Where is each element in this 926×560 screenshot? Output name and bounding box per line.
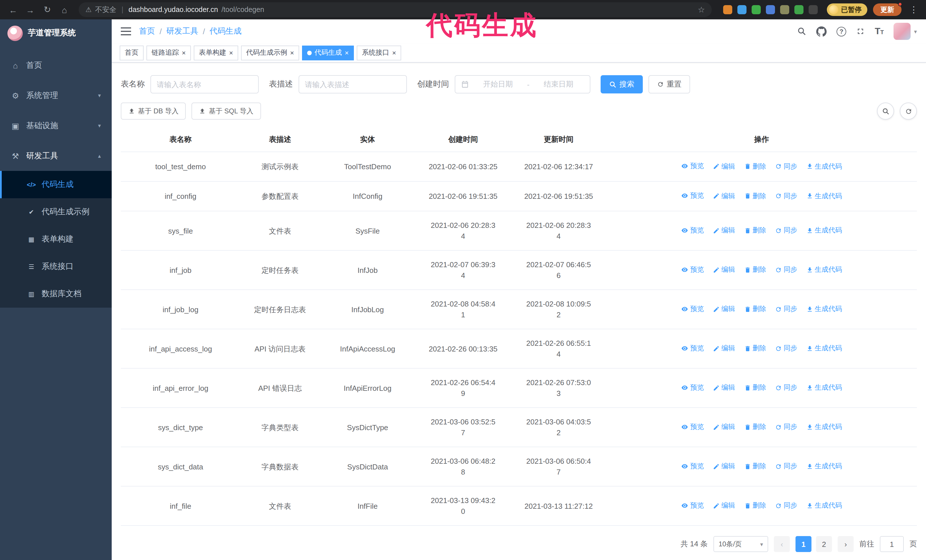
generate-code-link[interactable]: 生成代码 [806, 264, 842, 275]
page-size-select[interactable]: 10条/页 ▾ [713, 536, 768, 552]
preview-link[interactable]: 预览 [681, 421, 704, 432]
preview-link[interactable]: 预览 [681, 161, 704, 172]
edit-link[interactable]: 编辑 [713, 161, 735, 172]
extension-icon[interactable] [766, 5, 775, 14]
help-icon[interactable]: ? [837, 27, 846, 36]
edit-link[interactable]: 编辑 [713, 190, 735, 201]
generate-code-link[interactable]: 生成代码 [806, 421, 842, 432]
sync-link[interactable]: 同步 [775, 343, 797, 354]
generate-code-link[interactable]: 生成代码 [806, 500, 842, 511]
sync-link[interactable]: 同步 [775, 264, 797, 275]
tab-close-icon[interactable]: × [229, 50, 233, 56]
browser-back-button[interactable]: ← [6, 2, 21, 17]
sidebar-subitem[interactable]: </> 代码生成 [0, 171, 112, 198]
table-name-input[interactable] [150, 75, 259, 94]
browser-menu-icon[interactable]: ⋮ [907, 5, 920, 15]
tab[interactable]: 表单构建 × [194, 45, 238, 60]
prev-page-button[interactable]: ‹ [774, 536, 790, 552]
browser-forward-button[interactable]: → [23, 2, 38, 17]
sync-link[interactable]: 同步 [775, 303, 797, 314]
import-db-button[interactable]: 基于 DB 导入 [121, 103, 186, 120]
sync-link[interactable]: 同步 [775, 461, 797, 472]
extension-icon[interactable] [752, 5, 761, 14]
tab-close-icon[interactable]: × [345, 50, 349, 56]
delete-link[interactable]: 删除 [744, 225, 766, 236]
extension-icon[interactable] [794, 5, 803, 14]
breadcrumb-item[interactable]: 研发工具 / [166, 27, 205, 37]
sidebar-subitem[interactable]: ☰ 系统接口 [0, 253, 112, 280]
edit-link[interactable]: 编辑 [713, 421, 735, 432]
sync-link[interactable]: 同步 [775, 161, 797, 172]
address-bar[interactable]: ⚠ 不安全 | dashboard.yudao.iocoder.cn/tool/… [79, 2, 712, 17]
font-size-icon[interactable]: TT [875, 27, 884, 37]
edit-link[interactable]: 编辑 [713, 264, 735, 275]
preview-link[interactable]: 预览 [681, 500, 704, 511]
browser-update-button[interactable]: 更新 [873, 3, 902, 16]
breadcrumb-item[interactable]: 首页 / [139, 27, 162, 37]
preview-link[interactable]: 预览 [681, 225, 704, 235]
delete-link[interactable]: 删除 [744, 343, 766, 354]
preview-link[interactable]: 预览 [681, 343, 704, 353]
edit-link[interactable]: 编辑 [713, 303, 735, 314]
paused-badge[interactable]: 已暂停 [827, 3, 867, 16]
sync-link[interactable]: 同步 [775, 382, 797, 393]
browser-home-button[interactable]: ⌂ [57, 2, 72, 17]
sidebar-subitem[interactable]: ▥ 数据库文档 [0, 280, 112, 308]
refresh-table-button[interactable] [900, 103, 917, 120]
edit-link[interactable]: 编辑 [713, 343, 735, 354]
sync-link[interactable]: 同步 [775, 225, 797, 236]
edit-link[interactable]: 编辑 [713, 500, 735, 511]
browser-reload-button[interactable]: ↻ [40, 2, 55, 17]
tab[interactable]: 代码生成 × [302, 45, 354, 60]
delete-link[interactable]: 删除 [744, 461, 766, 472]
reset-button[interactable]: 重置 [649, 75, 690, 94]
generate-code-link[interactable]: 生成代码 [806, 161, 842, 172]
sync-link[interactable]: 同步 [775, 421, 797, 432]
tab-close-icon[interactable]: × [392, 50, 396, 56]
tab[interactable]: 系统接口 × [357, 45, 401, 60]
tab[interactable]: 首页 [120, 45, 144, 60]
delete-link[interactable]: 删除 [744, 382, 766, 393]
sync-link[interactable]: 同步 [775, 500, 797, 511]
page-number-button[interactable]: 2 [816, 536, 832, 552]
toggle-search-button[interactable] [877, 103, 894, 120]
extension-icon[interactable] [809, 5, 818, 14]
breadcrumb-item[interactable]: 代码生成 [210, 27, 242, 37]
delete-link[interactable]: 删除 [744, 303, 766, 314]
generate-code-link[interactable]: 生成代码 [806, 461, 842, 472]
search-button[interactable]: 搜索 [601, 75, 643, 94]
edit-link[interactable]: 编辑 [713, 225, 735, 236]
sidebar-item[interactable]: ⚙ 系统管理 ▾ [0, 80, 112, 110]
tab-close-icon[interactable]: × [290, 50, 294, 56]
generate-code-link[interactable]: 生成代码 [806, 303, 842, 314]
bookmark-star-icon[interactable]: ☆ [698, 5, 705, 14]
generate-code-link[interactable]: 生成代码 [806, 343, 842, 354]
extension-icon[interactable] [723, 5, 732, 14]
preview-link[interactable]: 预览 [681, 264, 704, 275]
sidebar-item[interactable]: ⌂ 首页 [0, 50, 112, 80]
fullscreen-icon[interactable] [856, 27, 865, 36]
tab[interactable]: 代码生成示例 × [241, 45, 299, 60]
tab-close-icon[interactable]: × [182, 50, 186, 56]
sync-link[interactable]: 同步 [775, 190, 797, 201]
generate-code-link[interactable]: 生成代码 [806, 190, 842, 201]
user-menu[interactable]: ▾ [894, 23, 917, 40]
search-icon[interactable] [797, 27, 806, 36]
sidebar-item[interactable]: ▣ 基础设施 ▾ [0, 110, 112, 141]
app-logo[interactable]: 芋道管理系统 [0, 20, 112, 47]
delete-link[interactable]: 删除 [744, 500, 766, 511]
next-page-button[interactable]: › [838, 536, 853, 552]
generate-code-link[interactable]: 生成代码 [806, 382, 842, 393]
sidebar-subitem[interactable]: ✔ 代码生成示例 [0, 198, 112, 226]
date-range-picker[interactable]: 开始日期 - 结束日期 [455, 75, 590, 94]
table-desc-input[interactable] [299, 75, 407, 94]
sidebar-collapse-button[interactable] [121, 28, 131, 36]
preview-link[interactable]: 预览 [681, 190, 704, 201]
github-icon[interactable] [816, 26, 827, 37]
delete-link[interactable]: 删除 [744, 264, 766, 275]
preview-link[interactable]: 预览 [681, 303, 704, 314]
tab[interactable]: 链路追踪 × [147, 45, 191, 60]
sidebar-item[interactable]: ⚒ 研发工具 ▴ [0, 141, 112, 171]
delete-link[interactable]: 删除 [744, 421, 766, 432]
edit-link[interactable]: 编辑 [713, 382, 735, 393]
